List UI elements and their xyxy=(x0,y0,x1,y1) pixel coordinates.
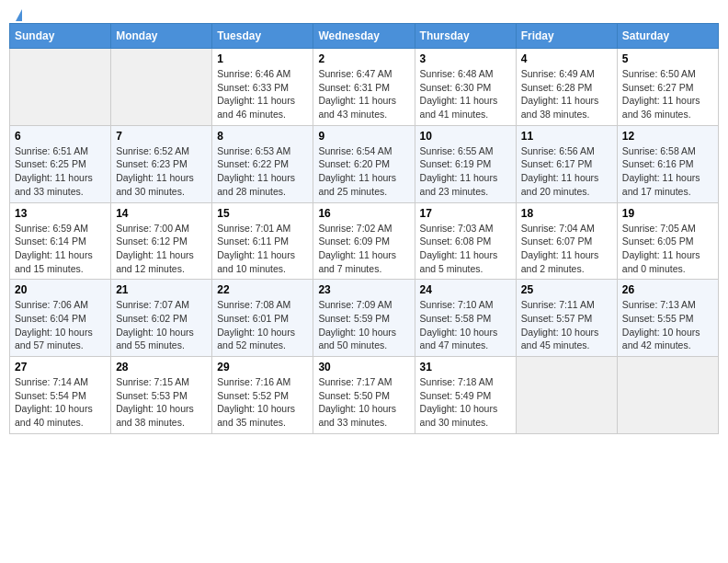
calendar-cell: 12Sunrise: 6:58 AMSunset: 6:16 PMDayligh… xyxy=(617,125,718,202)
calendar-cell xyxy=(516,357,617,434)
calendar-cell: 5Sunrise: 6:50 AMSunset: 6:27 PMDaylight… xyxy=(617,49,718,126)
day-number: 26 xyxy=(622,283,713,296)
calendar-cell xyxy=(617,357,718,434)
day-number: 18 xyxy=(521,207,612,220)
calendar-cell: 26Sunrise: 7:13 AMSunset: 5:55 PMDayligh… xyxy=(617,280,718,357)
day-number: 23 xyxy=(318,283,409,296)
day-number: 12 xyxy=(622,130,713,143)
calendar-cell: 22Sunrise: 7:08 AMSunset: 6:01 PMDayligh… xyxy=(212,280,313,357)
day-number: 1 xyxy=(217,52,308,65)
day-detail: Sunrise: 7:01 AMSunset: 6:11 PMDaylight:… xyxy=(217,222,308,276)
day-number: 14 xyxy=(116,207,207,220)
day-number: 19 xyxy=(622,207,713,220)
calendar-cell xyxy=(10,49,111,126)
calendar-cell: 15Sunrise: 7:01 AMSunset: 6:11 PMDayligh… xyxy=(212,202,313,280)
calendar-cell: 21Sunrise: 7:07 AMSunset: 6:02 PMDayligh… xyxy=(111,280,212,357)
page-header xyxy=(9,9,719,16)
calendar-cell: 14Sunrise: 7:00 AMSunset: 6:12 PMDayligh… xyxy=(111,202,212,280)
calendar-cell: 6Sunrise: 6:51 AMSunset: 6:25 PMDaylight… xyxy=(10,125,111,202)
day-of-week-header: Monday xyxy=(111,24,212,49)
calendar-cell: 28Sunrise: 7:15 AMSunset: 5:53 PMDayligh… xyxy=(111,357,212,434)
calendar-cell: 24Sunrise: 7:10 AMSunset: 5:58 PMDayligh… xyxy=(415,280,516,357)
day-detail: Sunrise: 7:14 AMSunset: 5:54 PMDaylight:… xyxy=(15,375,106,430)
calendar-cell: 11Sunrise: 6:56 AMSunset: 6:17 PMDayligh… xyxy=(516,125,617,202)
day-detail: Sunrise: 7:02 AMSunset: 6:09 PMDaylight:… xyxy=(318,222,409,276)
day-detail: Sunrise: 7:05 AMSunset: 6:05 PMDaylight:… xyxy=(622,222,713,276)
day-detail: Sunrise: 7:16 AMSunset: 5:52 PMDaylight:… xyxy=(217,375,308,430)
day-detail: Sunrise: 6:56 AMSunset: 6:17 PMDaylight:… xyxy=(521,144,612,199)
day-number: 2 xyxy=(318,52,409,65)
day-number: 28 xyxy=(116,361,207,373)
day-detail: Sunrise: 6:59 AMSunset: 6:14 PMDaylight:… xyxy=(15,222,106,276)
calendar-cell: 16Sunrise: 7:02 AMSunset: 6:09 PMDayligh… xyxy=(313,202,415,280)
calendar-cell: 25Sunrise: 7:11 AMSunset: 5:57 PMDayligh… xyxy=(516,280,617,357)
calendar-cell: 3Sunrise: 6:48 AMSunset: 6:30 PMDaylight… xyxy=(415,49,516,126)
day-number: 9 xyxy=(318,130,409,143)
day-number: 31 xyxy=(420,361,511,373)
day-detail: Sunrise: 6:52 AMSunset: 6:23 PMDaylight:… xyxy=(116,144,207,199)
day-detail: Sunrise: 7:13 AMSunset: 5:55 PMDaylight:… xyxy=(622,298,713,352)
calendar-cell: 20Sunrise: 7:06 AMSunset: 6:04 PMDayligh… xyxy=(10,280,111,357)
calendar-cell: 7Sunrise: 6:52 AMSunset: 6:23 PMDaylight… xyxy=(111,125,212,202)
day-detail: Sunrise: 7:09 AMSunset: 5:59 PMDaylight:… xyxy=(318,298,409,352)
day-detail: Sunrise: 6:53 AMSunset: 6:22 PMDaylight:… xyxy=(217,144,308,199)
day-number: 4 xyxy=(521,52,612,65)
calendar-cell: 29Sunrise: 7:16 AMSunset: 5:52 PMDayligh… xyxy=(212,357,313,434)
day-number: 27 xyxy=(15,361,106,373)
day-number: 30 xyxy=(318,361,409,373)
day-number: 15 xyxy=(217,207,308,220)
calendar-table: SundayMondayTuesdayWednesdayThursdayFrid… xyxy=(9,23,719,434)
day-number: 11 xyxy=(521,130,612,143)
calendar-cell: 27Sunrise: 7:14 AMSunset: 5:54 PMDayligh… xyxy=(10,357,111,434)
day-number: 29 xyxy=(217,361,308,373)
day-detail: Sunrise: 6:46 AMSunset: 6:33 PMDaylight:… xyxy=(217,67,308,121)
day-detail: Sunrise: 7:18 AMSunset: 5:49 PMDaylight:… xyxy=(420,375,511,430)
calendar-cell: 4Sunrise: 6:49 AMSunset: 6:28 PMDaylight… xyxy=(516,49,617,126)
day-detail: Sunrise: 6:48 AMSunset: 6:30 PMDaylight:… xyxy=(420,67,511,121)
day-number: 21 xyxy=(116,283,207,296)
day-detail: Sunrise: 6:51 AMSunset: 6:25 PMDaylight:… xyxy=(15,144,106,199)
day-of-week-header: Friday xyxy=(516,24,617,49)
day-detail: Sunrise: 7:00 AMSunset: 6:12 PMDaylight:… xyxy=(116,222,207,276)
calendar-cell: 18Sunrise: 7:04 AMSunset: 6:07 PMDayligh… xyxy=(516,202,617,280)
day-detail: Sunrise: 7:17 AMSunset: 5:50 PMDaylight:… xyxy=(318,375,409,430)
calendar-cell: 31Sunrise: 7:18 AMSunset: 5:49 PMDayligh… xyxy=(415,357,516,434)
day-of-week-header: Sunday xyxy=(10,24,111,49)
day-detail: Sunrise: 7:08 AMSunset: 6:01 PMDaylight:… xyxy=(217,298,308,352)
day-number: 8 xyxy=(217,130,308,143)
day-of-week-header: Wednesday xyxy=(313,24,415,49)
calendar-cell: 10Sunrise: 6:55 AMSunset: 6:19 PMDayligh… xyxy=(415,125,516,202)
day-of-week-header: Tuesday xyxy=(212,24,313,49)
day-number: 3 xyxy=(420,52,511,65)
day-number: 7 xyxy=(116,130,207,143)
logo-triangle-icon xyxy=(16,9,22,21)
day-number: 5 xyxy=(622,52,713,65)
day-of-week-header: Thursday xyxy=(415,24,516,49)
calendar-cell: 9Sunrise: 6:54 AMSunset: 6:20 PMDaylight… xyxy=(313,125,415,202)
day-number: 16 xyxy=(318,207,409,220)
day-of-week-header: Saturday xyxy=(617,24,718,49)
day-detail: Sunrise: 7:10 AMSunset: 5:58 PMDaylight:… xyxy=(420,298,511,352)
logo xyxy=(13,9,22,16)
calendar-cell: 1Sunrise: 6:46 AMSunset: 6:33 PMDaylight… xyxy=(212,49,313,126)
calendar-cell: 30Sunrise: 7:17 AMSunset: 5:50 PMDayligh… xyxy=(313,357,415,434)
day-detail: Sunrise: 7:11 AMSunset: 5:57 PMDaylight:… xyxy=(521,298,612,352)
day-detail: Sunrise: 7:06 AMSunset: 6:04 PMDaylight:… xyxy=(15,298,106,352)
day-detail: Sunrise: 7:04 AMSunset: 6:07 PMDaylight:… xyxy=(521,222,612,276)
day-number: 24 xyxy=(420,283,511,296)
day-detail: Sunrise: 6:50 AMSunset: 6:27 PMDaylight:… xyxy=(622,67,713,121)
day-detail: Sunrise: 6:54 AMSunset: 6:20 PMDaylight:… xyxy=(318,144,409,199)
calendar-cell: 8Sunrise: 6:53 AMSunset: 6:22 PMDaylight… xyxy=(212,125,313,202)
day-number: 22 xyxy=(217,283,308,296)
day-number: 25 xyxy=(521,283,612,296)
day-number: 6 xyxy=(15,130,106,143)
calendar-cell: 2Sunrise: 6:47 AMSunset: 6:31 PMDaylight… xyxy=(313,49,415,126)
calendar-cell: 23Sunrise: 7:09 AMSunset: 5:59 PMDayligh… xyxy=(313,280,415,357)
day-number: 17 xyxy=(420,207,511,220)
day-detail: Sunrise: 7:15 AMSunset: 5:53 PMDaylight:… xyxy=(116,375,207,430)
day-detail: Sunrise: 7:03 AMSunset: 6:08 PMDaylight:… xyxy=(420,222,511,276)
day-detail: Sunrise: 6:47 AMSunset: 6:31 PMDaylight:… xyxy=(318,67,409,121)
calendar-cell: 17Sunrise: 7:03 AMSunset: 6:08 PMDayligh… xyxy=(415,202,516,280)
calendar-cell: 19Sunrise: 7:05 AMSunset: 6:05 PMDayligh… xyxy=(617,202,718,280)
day-detail: Sunrise: 6:49 AMSunset: 6:28 PMDaylight:… xyxy=(521,67,612,121)
